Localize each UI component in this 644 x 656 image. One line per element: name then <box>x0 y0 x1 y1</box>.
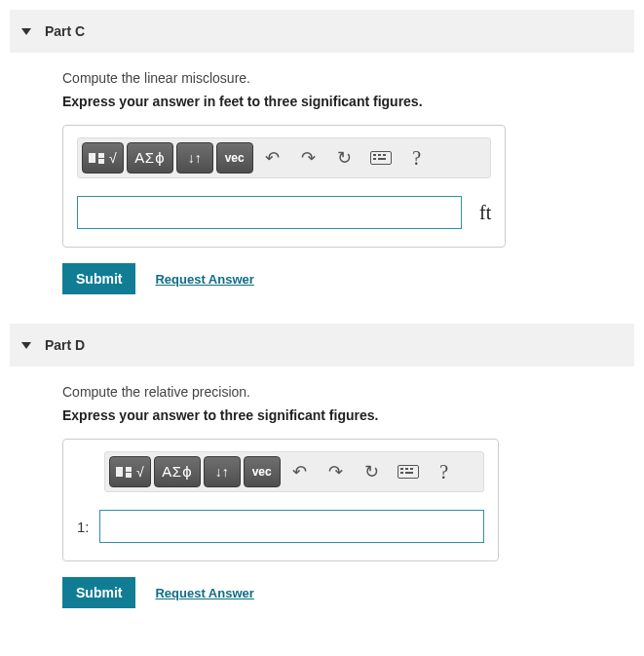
submit-button[interactable]: Submit <box>62 263 135 294</box>
actions-row: Submit Request Answer <box>62 577 605 608</box>
equation-toolbar: √ ΑΣϕ ↓↑ vec ↶ ↷ ↻ ? <box>104 451 484 492</box>
input-row: ft <box>77 196 491 229</box>
prompt-text: Compute the linear misclosure. <box>62 70 605 86</box>
input-row: 1: <box>77 510 484 543</box>
help-button[interactable]: ? <box>400 142 434 174</box>
actions-row: Submit Request Answer <box>62 263 605 294</box>
answer-box: √ ΑΣϕ ↓↑ vec ↶ ↷ ↻ ? ft <box>62 125 506 248</box>
part-title: Part C <box>45 23 85 39</box>
vector-button[interactable]: vec <box>216 142 253 174</box>
part-d: Part D Compute the relative precision. E… <box>10 324 634 618</box>
part-body: Compute the relative precision. Express … <box>10 367 634 618</box>
root-icon: √ <box>136 464 144 480</box>
undo-button[interactable]: ↶ <box>256 142 289 174</box>
prompt-text: Compute the relative precision. <box>62 384 605 400</box>
instruction-text: Express your answer in feet to three sig… <box>62 94 605 109</box>
part-body: Compute the linear misclosure. Express y… <box>10 53 634 304</box>
undo-button[interactable]: ↶ <box>284 456 317 487</box>
fraction-icon <box>126 467 132 478</box>
unit-label: ft <box>479 202 491 224</box>
part-c: Part C Compute the linear misclosure. Ex… <box>10 10 634 304</box>
greek-button[interactable]: ΑΣϕ <box>154 456 201 487</box>
answer-input[interactable] <box>99 510 484 543</box>
answer-input[interactable] <box>77 196 462 229</box>
template-icon <box>116 467 123 477</box>
keyboard-button[interactable] <box>392 456 425 487</box>
part-header[interactable]: Part C <box>10 10 634 53</box>
equation-toolbar: √ ΑΣϕ ↓↑ vec ↶ ↷ ↻ ? <box>77 137 491 178</box>
part-header[interactable]: Part D <box>10 324 634 367</box>
submit-button[interactable]: Submit <box>62 577 135 608</box>
reset-button[interactable]: ↻ <box>328 142 361 174</box>
instruction-text: Express your answer to three significant… <box>62 407 605 423</box>
collapse-caret-icon <box>21 342 31 349</box>
templates-button[interactable]: √ <box>82 142 124 174</box>
templates-button[interactable]: √ <box>109 456 151 487</box>
prefix-label: 1: <box>77 519 90 535</box>
root-icon: √ <box>109 150 117 166</box>
keyboard-button[interactable] <box>364 142 398 174</box>
subscript-button[interactable]: ↓↑ <box>176 142 213 174</box>
redo-button[interactable]: ↷ <box>320 456 353 487</box>
subscript-button[interactable]: ↓↑ <box>204 456 241 487</box>
fraction-icon <box>98 153 104 164</box>
request-answer-link[interactable]: Request Answer <box>155 272 253 287</box>
keyboard-icon <box>370 151 392 165</box>
vector-button[interactable]: vec <box>244 456 281 487</box>
greek-button[interactable]: ΑΣϕ <box>127 142 173 174</box>
keyboard-icon <box>398 465 419 479</box>
collapse-caret-icon <box>21 28 31 35</box>
part-title: Part D <box>45 337 85 353</box>
redo-button[interactable]: ↷ <box>292 142 325 174</box>
help-button[interactable]: ? <box>428 456 461 487</box>
template-icon <box>89 153 95 163</box>
answer-box: √ ΑΣϕ ↓↑ vec ↶ ↷ ↻ ? 1: <box>62 439 499 561</box>
request-answer-link[interactable]: Request Answer <box>155 586 253 600</box>
reset-button[interactable]: ↻ <box>356 456 389 487</box>
